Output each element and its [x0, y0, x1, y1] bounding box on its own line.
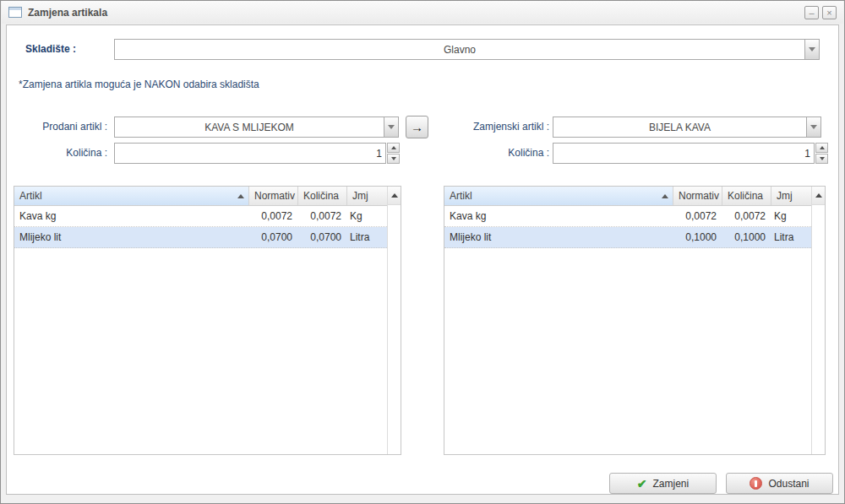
cell-artikl: Kava kg — [14, 206, 249, 226]
warehouse-dropdown-trigger[interactable] — [804, 39, 820, 60]
triangle-up-icon — [820, 146, 825, 149]
vertical-scrollbar[interactable] — [811, 187, 825, 454]
window-icon — [8, 7, 22, 18]
dialog-content: Skladište : *Zamjena artikla moguća je N… — [6, 24, 839, 495]
check-icon: ✔ — [637, 478, 647, 490]
chevron-down-icon — [810, 125, 817, 129]
cancel-button[interactable]: Odustani — [726, 473, 833, 494]
title-bar: Zamjena artikala – × — [2, 1, 843, 24]
replacement-article-dropdown-trigger[interactable] — [806, 117, 821, 138]
cell-artikl: Mlijeko lit — [444, 227, 673, 247]
column-header-artikl[interactable]: Artikl — [444, 187, 673, 205]
spinner-up-button[interactable] — [815, 143, 828, 153]
table-row[interactable]: Kava kg0,00720,0072Kg — [14, 206, 387, 227]
replacement-quantity-field — [553, 143, 828, 164]
warehouse-label: Skladište : — [25, 39, 76, 60]
column-header-kolicina[interactable]: Količina — [722, 187, 771, 205]
replacement-article-normative-table: Artikl Normativ Količina Jmj Kava kg0,00… — [444, 186, 826, 455]
cell-kolicina: 0,0700 — [298, 227, 347, 247]
table-header: Artikl Normativ Količina Jmj — [444, 187, 811, 206]
dialog-title: Zamjena artikala — [28, 7, 107, 19]
cell-jmj: Kg — [771, 206, 811, 226]
table-row[interactable]: Kava kg0,00720,0072Kg — [444, 206, 811, 227]
footer-actions: ✔ Zamjeni Odustani — [609, 473, 833, 494]
cell-normativ: 0,1000 — [673, 227, 722, 247]
replace-button[interactable]: ✔ Zamjeni — [609, 473, 717, 494]
table-body: Kava kg0,00720,0072KgMlijeko lit0,07000,… — [14, 206, 387, 454]
chevron-down-icon — [388, 125, 395, 129]
column-header-normativ[interactable]: Normativ — [673, 187, 722, 205]
column-header-jmj[interactable]: Jmj — [771, 187, 811, 205]
table-header: Artikl Normativ Količina Jmj — [14, 187, 387, 206]
scroll-up-button[interactable] — [388, 187, 401, 205]
replacement-quantity-label: Količina : — [421, 143, 549, 164]
spinner-up-button[interactable] — [387, 143, 400, 153]
replacement-article-combo — [553, 117, 821, 138]
cell-artikl: Mlijeko lit — [14, 227, 249, 247]
spinner-down-button[interactable] — [387, 154, 400, 164]
replacement-article-input[interactable] — [553, 117, 806, 138]
replace-articles-dialog: Zamjena artikala – × Skladište : *Zamjen… — [0, 0, 845, 504]
triangle-up-icon — [391, 193, 398, 198]
cell-artikl: Kava kg — [444, 206, 673, 226]
sort-ascending-icon — [662, 194, 668, 198]
cell-jmj: Litra — [771, 227, 811, 247]
minimize-button[interactable]: – — [804, 6, 819, 19]
cell-kolicina: 0,1000 — [722, 227, 771, 247]
table-row[interactable]: Mlijeko lit0,10000,1000Litra — [444, 227, 811, 248]
sold-quantity-label: Količina : — [7, 143, 107, 164]
column-header-artikl[interactable]: Artikl — [14, 187, 249, 205]
cell-jmj: Litra — [347, 227, 387, 247]
cell-kolicina: 0,0072 — [722, 206, 771, 226]
note-text: *Zamjena artikla moguća je NAKON odabira… — [19, 79, 259, 90]
triangle-down-icon — [820, 157, 825, 160]
table-body: Kava kg0,00720,0072KgMlijeko lit0,10000,… — [444, 206, 811, 454]
cell-kolicina: 0,0072 — [298, 206, 347, 226]
sold-quantity-field — [114, 143, 400, 164]
table-row[interactable]: Mlijeko lit0,07000,0700Litra — [14, 227, 387, 248]
scroll-up-button[interactable] — [812, 187, 825, 205]
close-button[interactable]: × — [822, 6, 837, 19]
spinner-down-button[interactable] — [815, 154, 828, 164]
sold-quantity-input[interactable] — [114, 143, 386, 164]
sold-article-normative-table: Artikl Normativ Količina Jmj Kava kg0,00… — [14, 186, 401, 455]
column-header-jmj[interactable]: Jmj — [347, 187, 387, 205]
column-header-kolicina[interactable]: Količina — [298, 187, 347, 205]
chevron-down-icon — [809, 47, 815, 51]
vertical-scrollbar[interactable] — [387, 187, 401, 454]
column-header-normativ[interactable]: Normativ — [249, 187, 298, 205]
sold-article-dropdown-trigger[interactable] — [384, 117, 399, 138]
sort-ascending-icon — [237, 194, 244, 198]
warehouse-input[interactable] — [114, 39, 804, 60]
sold-article-input[interactable] — [114, 117, 384, 138]
cell-normativ: 0,0072 — [249, 206, 298, 226]
cell-jmj: Kg — [347, 206, 387, 226]
sold-article-combo — [114, 117, 399, 138]
warehouse-combo — [114, 39, 820, 60]
triangle-up-icon — [815, 193, 822, 198]
cell-normativ: 0,0072 — [673, 206, 722, 226]
triangle-down-icon — [391, 157, 396, 160]
cell-normativ: 0,0700 — [249, 227, 298, 247]
exclamation-circle-icon — [750, 477, 762, 490]
sold-article-label: Prodani artikl : — [7, 117, 107, 138]
replacement-article-label: Zamjenski artikl : — [421, 117, 549, 138]
triangle-up-icon — [391, 146, 396, 149]
replacement-quantity-input[interactable] — [553, 143, 815, 164]
